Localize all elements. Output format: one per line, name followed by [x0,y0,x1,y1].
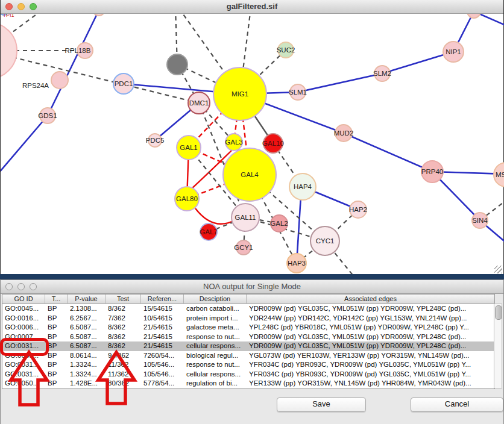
window-controls [5,3,37,10]
zoom-button[interactable] [30,283,37,290]
graph-window: TPI1RPL18BRPS24AGDS1PDC1DMC1MIG1SUC2NIP1… [0,0,504,275]
table-cell: 21/54615 [141,323,184,332]
table-cell: response to nut... [184,332,247,342]
table-row[interactable]: GO:0031...BP6.5087...8/36221/54615cellul… [2,341,494,351]
noa-window-title: NOA output for Single Mode [1,280,503,293]
graph-node-label-SUC2: SUC2 [277,46,295,54]
table-cell: 8.0614... [68,351,106,361]
graph-node-label-HAP4: HAP4 [294,183,312,190]
table-cell: 1.3324... [68,360,106,370]
table-cell: 8/362 [106,323,141,332]
table-header-row: GO IDT...P-valueTestReferen...Desciption… [2,295,494,304]
table-cell: YDR244W (pp) YDR142C, YDR142C (pp) YGL15… [247,314,494,323]
column-header-p-value[interactable]: P-value [68,295,106,304]
close-button[interactable] [5,3,13,10]
table-cell: GO:0007... [2,332,45,342]
network-canvas[interactable]: TPI1RPL18BRPS24AGDS1PDC1DMC1MIG1SUC2NIP1… [1,0,504,275]
save-button[interactable]: Save [277,398,366,412]
table-row[interactable]: GO:0031...BP1.3324...11/362105/546...res… [2,360,494,370]
table-cell: YFR034C (pd) YBR093C, YDR009W (pd) YGL03… [247,360,494,370]
graph-edge-red[interactable] [195,208,235,224]
table-row[interactable]: GO:0016...BP6.2567...7/36210/54615protei… [2,314,494,323]
graph-edge-blue[interactable] [1,116,48,173]
graph-node-label-HAP2: HAP2 [349,206,367,213]
desktop: TPI1RPL18BRPS24AGDS1PDC1DMC1MIG1SUC2NIP1… [0,0,504,424]
cancel-button[interactable]: Cancel [411,398,503,412]
table-cell: GO:0045... [2,304,45,314]
table-row[interactable]: GO:0006...BP6.5087...8/36221/54615galact… [2,323,494,332]
table-cell: 11/362 [106,370,141,379]
table-row[interactable]: GO:0045...BP2.1308...8/36215/54615carbon… [2,304,494,314]
graph-node-label-PRP40: PRP40 [421,168,443,175]
table-cell: 80/362 [106,379,141,388]
table-cell: 11/362 [106,360,141,370]
scrollbar-thumb[interactable] [495,305,502,320]
table-cell: 7260/54... [141,351,184,361]
column-header-desciption[interactable]: Desciption [184,295,247,304]
graph-node-label-MIG1: MIG1 [232,90,248,98]
table-cell: GO:0006... [2,323,45,332]
table-cell: GO:0050... [2,379,45,388]
graph-node-label-SLM1: SLM1 [289,89,307,96]
resize-grip-icon[interactable] [494,266,502,273]
window-controls [5,283,37,290]
table-cell: GO:0031... [2,341,45,351]
graph-window-title: galFiltered.sif [1,0,503,13]
graph-edge-blue[interactable] [48,10,99,116]
table-cell: BP [45,370,68,379]
noa-results-table: GO IDT...P-valueTestReferen...Desciption… [2,294,495,389]
column-header-go-id[interactable]: GO ID [2,295,45,304]
graph-node-label-GCY1: GCY1 [234,244,253,251]
graph-edge-blue[interactable] [298,73,382,92]
table-cell: galactose meta... [184,323,247,332]
table-cell: BP [45,360,68,370]
table-row[interactable]: GO:0050...BP1.428E...80/3625778/54...reg… [2,379,494,388]
table-cell: 94/362 [106,351,141,361]
graph-node-label-GAL4: GAL4 [241,171,259,178]
table-cell: 6.5087... [68,332,106,342]
graph-node-label-GAL10: GAL10 [262,140,284,147]
table-cell: BP [45,341,68,351]
graph-node-label-GAL3: GAL3 [225,139,242,146]
table-cell: BP [45,314,68,323]
table-cell: 5778/54... [141,379,184,388]
table-row[interactable]: GO:0007...BP6.5087...8/36221/54615respon… [2,332,494,342]
close-button[interactable] [5,283,13,290]
table-cell: 1.3324... [68,370,106,379]
table-cell: BP [45,351,68,361]
column-header-t-[interactable]: T... [45,295,68,304]
graph-window-titlebar: galFiltered.sif [1,0,503,14]
column-header-associated-edges[interactable]: Associated edges [247,295,494,304]
graph-node-label-GAL11: GAL11 [235,214,256,221]
graph-node-label-RPL18B: RPL18B [65,47,91,54]
graph-node-label-NIP1: NIP1 [446,48,461,55]
table-cell: protein import i... [184,314,247,323]
network-graph: TPI1RPL18BRPS24AGDS1PDC1DMC1MIG1SUC2NIP1… [1,0,504,275]
graph-node-label-GDS1: GDS1 [38,112,57,119]
zoom-button[interactable] [30,3,37,10]
table-cell: YGL073W (pd) YER103W, YER133W (pp) YOR31… [247,351,494,361]
table-cell: 6.5087... [68,341,106,351]
table-cell: YDR009W (pd) YGL035C, YML051W (pp) YDR00… [247,304,494,314]
graph-node-gray-node[interactable] [167,54,187,75]
column-header-referen-[interactable]: Referen... [141,295,184,304]
table-cell: carbon cataboli... [184,304,247,314]
graph-edge-blue[interactable] [344,133,432,172]
graph-node-label-RPS24A: RPS24A [22,82,49,89]
table-cell: 1.428E... [68,379,106,388]
column-header-test[interactable]: Test [106,295,141,304]
noa-window-titlebar: NOA output for Single Mode [1,280,503,294]
table-row[interactable]: GO:0031...BP1.3324...11/362105/546...cel… [2,370,494,379]
graph-node-label-MSL5: MSL5 [496,171,504,178]
vertical-scrollbar[interactable] [494,304,502,388]
table-cell: 10/54615 [141,314,184,323]
minimize-button[interactable] [17,283,25,290]
table-cell: BP [45,323,68,332]
graph-edge-blue[interactable] [382,52,453,73]
graph-node-label-GAL2: GAL2 [270,220,288,227]
graph-node-RPS24A[interactable] [51,72,68,89]
table-cell: regulation of bi... [184,379,247,388]
minimize-button[interactable] [17,3,25,10]
table-row[interactable]: GO:0065...BP8.0614...94/3627260/54...bio… [2,351,494,361]
table-cell: GO:0016... [2,314,45,323]
